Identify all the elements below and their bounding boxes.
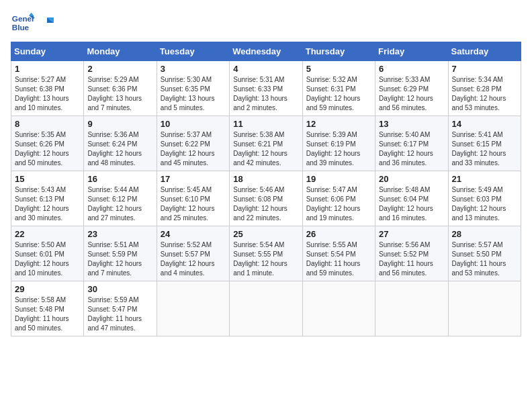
day-number: 17 xyxy=(161,174,226,184)
day-number: 16 xyxy=(87,174,152,184)
logo-wave-icon xyxy=(40,16,54,30)
calendar-cell: 29Sunrise: 5:58 AM Sunset: 5:48 PM Dayli… xyxy=(11,281,84,336)
calendar-cell xyxy=(302,281,375,336)
calendar-cell: 12Sunrise: 5:39 AM Sunset: 6:19 PM Dayli… xyxy=(302,116,375,171)
weekday-header-friday: Friday xyxy=(375,42,448,61)
day-info: Sunrise: 5:29 AM Sunset: 6:36 PM Dayligh… xyxy=(87,75,152,113)
logo: General Blue xyxy=(11,11,54,35)
calendar-cell: 10Sunrise: 5:37 AM Sunset: 6:22 PM Dayli… xyxy=(157,116,229,171)
calendar-cell: 30Sunrise: 5:59 AM Sunset: 5:47 PM Dayli… xyxy=(84,281,157,336)
day-number: 3 xyxy=(161,64,226,74)
weekday-header-wednesday: Wednesday xyxy=(230,42,302,61)
calendar-cell: 27Sunrise: 5:56 AM Sunset: 5:52 PM Dayli… xyxy=(375,226,448,281)
day-info: Sunrise: 5:46 AM Sunset: 6:08 PM Dayligh… xyxy=(233,185,298,223)
day-info: Sunrise: 5:40 AM Sunset: 6:17 PM Dayligh… xyxy=(379,130,444,168)
day-info: Sunrise: 5:58 AM Sunset: 5:48 PM Dayligh… xyxy=(15,295,80,333)
calendar-cell: 25Sunrise: 5:54 AM Sunset: 5:55 PM Dayli… xyxy=(230,226,302,281)
calendar-cell: 17Sunrise: 5:45 AM Sunset: 6:10 PM Dayli… xyxy=(157,171,229,226)
day-info: Sunrise: 5:33 AM Sunset: 6:29 PM Dayligh… xyxy=(379,75,444,113)
calendar-cell: 2Sunrise: 5:29 AM Sunset: 6:36 PM Daylig… xyxy=(84,61,157,116)
calendar-cell: 8Sunrise: 5:35 AM Sunset: 6:26 PM Daylig… xyxy=(11,116,84,171)
day-info: Sunrise: 5:41 AM Sunset: 6:15 PM Dayligh… xyxy=(452,130,517,168)
weekday-header-thursday: Thursday xyxy=(302,42,375,61)
day-info: Sunrise: 5:27 AM Sunset: 6:38 PM Dayligh… xyxy=(15,75,80,113)
calendar-cell: 15Sunrise: 5:43 AM Sunset: 6:13 PM Dayli… xyxy=(11,171,84,226)
day-number: 26 xyxy=(306,229,371,239)
day-info: Sunrise: 5:36 AM Sunset: 6:24 PM Dayligh… xyxy=(87,130,152,168)
day-info: Sunrise: 5:50 AM Sunset: 6:01 PM Dayligh… xyxy=(15,240,80,278)
page-header: General Blue xyxy=(11,11,521,35)
calendar-cell: 1Sunrise: 5:27 AM Sunset: 6:38 PM Daylig… xyxy=(11,61,84,116)
day-number: 15 xyxy=(15,174,80,184)
day-number: 18 xyxy=(233,174,298,184)
weekday-header-row: SundayMondayTuesdayWednesdayThursdayFrid… xyxy=(11,42,521,61)
calendar-cell: 7Sunrise: 5:34 AM Sunset: 6:28 PM Daylig… xyxy=(448,61,521,116)
day-number: 13 xyxy=(379,119,444,129)
calendar-cell xyxy=(230,281,302,336)
day-number: 28 xyxy=(452,229,517,239)
day-info: Sunrise: 5:51 AM Sunset: 5:59 PM Dayligh… xyxy=(87,240,152,278)
day-number: 10 xyxy=(161,119,226,129)
day-info: Sunrise: 5:37 AM Sunset: 6:22 PM Dayligh… xyxy=(161,130,226,168)
calendar-cell: 19Sunrise: 5:47 AM Sunset: 6:06 PM Dayli… xyxy=(302,171,375,226)
calendar-week-row: 15Sunrise: 5:43 AM Sunset: 6:13 PM Dayli… xyxy=(11,171,521,226)
calendar-cell: 18Sunrise: 5:46 AM Sunset: 6:08 PM Dayli… xyxy=(230,171,302,226)
weekday-header-sunday: Sunday xyxy=(11,42,84,61)
day-info: Sunrise: 5:38 AM Sunset: 6:21 PM Dayligh… xyxy=(233,130,298,168)
calendar-cell: 13Sunrise: 5:40 AM Sunset: 6:17 PM Dayli… xyxy=(375,116,448,171)
day-info: Sunrise: 5:59 AM Sunset: 5:47 PM Dayligh… xyxy=(87,295,152,333)
day-number: 4 xyxy=(233,64,298,74)
day-number: 14 xyxy=(452,119,517,129)
calendar-cell: 28Sunrise: 5:57 AM Sunset: 5:50 PM Dayli… xyxy=(448,226,521,281)
calendar-cell: 11Sunrise: 5:38 AM Sunset: 6:21 PM Dayli… xyxy=(230,116,302,171)
day-info: Sunrise: 5:39 AM Sunset: 6:19 PM Dayligh… xyxy=(306,130,371,168)
calendar-week-row: 8Sunrise: 5:35 AM Sunset: 6:26 PM Daylig… xyxy=(11,116,521,171)
calendar-cell xyxy=(448,281,521,336)
calendar-cell: 6Sunrise: 5:33 AM Sunset: 6:29 PM Daylig… xyxy=(375,61,448,116)
day-number: 24 xyxy=(161,229,226,239)
day-info: Sunrise: 5:44 AM Sunset: 6:12 PM Dayligh… xyxy=(87,185,152,223)
day-number: 30 xyxy=(87,284,152,294)
day-info: Sunrise: 5:48 AM Sunset: 6:04 PM Dayligh… xyxy=(379,185,444,223)
day-number: 27 xyxy=(379,229,444,239)
logo-icon: General Blue xyxy=(11,11,35,35)
day-info: Sunrise: 5:56 AM Sunset: 5:52 PM Dayligh… xyxy=(379,240,444,278)
day-number: 1 xyxy=(15,64,80,74)
calendar-cell: 14Sunrise: 5:41 AM Sunset: 6:15 PM Dayli… xyxy=(448,116,521,171)
day-number: 19 xyxy=(306,174,371,184)
day-number: 25 xyxy=(233,229,298,239)
day-number: 22 xyxy=(15,229,80,239)
calendar-cell xyxy=(375,281,448,336)
day-number: 11 xyxy=(233,119,298,129)
day-info: Sunrise: 5:30 AM Sunset: 6:35 PM Dayligh… xyxy=(161,75,226,113)
day-number: 2 xyxy=(87,64,152,74)
calendar-body: 1Sunrise: 5:27 AM Sunset: 6:38 PM Daylig… xyxy=(11,61,521,336)
calendar-week-row: 29Sunrise: 5:58 AM Sunset: 5:48 PM Dayli… xyxy=(11,281,521,336)
day-number: 5 xyxy=(306,64,371,74)
calendar-cell: 20Sunrise: 5:48 AM Sunset: 6:04 PM Dayli… xyxy=(375,171,448,226)
day-info: Sunrise: 5:45 AM Sunset: 6:10 PM Dayligh… xyxy=(161,185,226,223)
calendar-cell: 26Sunrise: 5:55 AM Sunset: 5:54 PM Dayli… xyxy=(302,226,375,281)
day-info: Sunrise: 5:34 AM Sunset: 6:28 PM Dayligh… xyxy=(452,75,517,113)
svg-text:Blue: Blue xyxy=(12,23,30,32)
day-number: 23 xyxy=(87,229,152,239)
day-number: 8 xyxy=(15,119,80,129)
calendar-cell: 21Sunrise: 5:49 AM Sunset: 6:03 PM Dayli… xyxy=(448,171,521,226)
day-info: Sunrise: 5:49 AM Sunset: 6:03 PM Dayligh… xyxy=(452,185,517,223)
calendar-cell: 3Sunrise: 5:30 AM Sunset: 6:35 PM Daylig… xyxy=(157,61,229,116)
day-number: 21 xyxy=(452,174,517,184)
day-info: Sunrise: 5:47 AM Sunset: 6:06 PM Dayligh… xyxy=(306,185,371,223)
calendar-cell xyxy=(157,281,229,336)
calendar-cell: 24Sunrise: 5:52 AM Sunset: 5:57 PM Dayli… xyxy=(157,226,229,281)
calendar-table: SundayMondayTuesdayWednesdayThursdayFrid… xyxy=(11,42,521,336)
day-info: Sunrise: 5:54 AM Sunset: 5:55 PM Dayligh… xyxy=(233,240,298,278)
calendar-cell: 22Sunrise: 5:50 AM Sunset: 6:01 PM Dayli… xyxy=(11,226,84,281)
day-number: 20 xyxy=(379,174,444,184)
calendar-cell: 4Sunrise: 5:31 AM Sunset: 6:33 PM Daylig… xyxy=(230,61,302,116)
day-number: 7 xyxy=(452,64,517,74)
calendar-week-row: 1Sunrise: 5:27 AM Sunset: 6:38 PM Daylig… xyxy=(11,61,521,116)
day-number: 12 xyxy=(306,119,371,129)
weekday-header-saturday: Saturday xyxy=(448,42,521,61)
calendar-cell: 16Sunrise: 5:44 AM Sunset: 6:12 PM Dayli… xyxy=(84,171,157,226)
weekday-header-monday: Monday xyxy=(84,42,157,61)
